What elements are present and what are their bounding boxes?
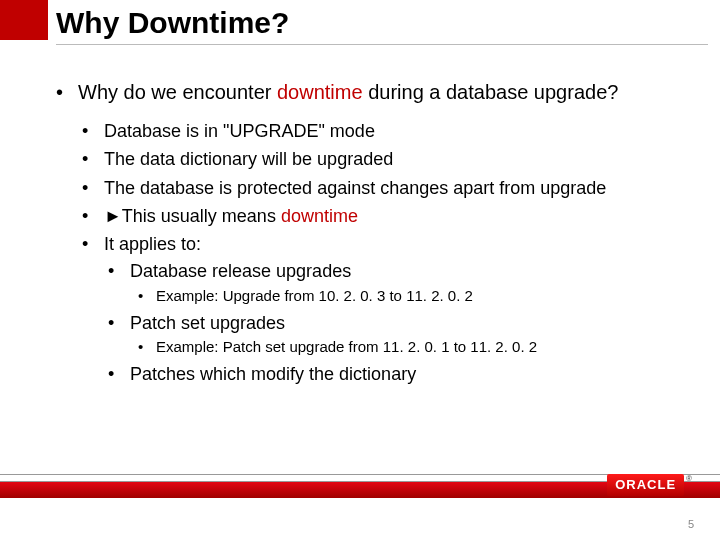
subpoint-text: Patch set upgrades (130, 312, 285, 335)
lead-highlight: downtime (277, 81, 363, 103)
bullet-icon: • (82, 176, 104, 200)
example-group: • Example: Upgrade from 10. 2. 0. 3 to 1… (138, 287, 690, 306)
point: • Database is in "UPGRADE" mode (82, 119, 690, 143)
lead-bullet: • Why do we encounter downtime during a … (56, 80, 690, 105)
bullet-icon: • (82, 119, 104, 143)
point4-pre: ►This usually means (104, 206, 281, 226)
bullet-icon: • (108, 260, 130, 283)
point-text: The database is protected against change… (104, 176, 606, 200)
lead-pre: Why do we encounter (78, 81, 277, 103)
subpoint: • Database release upgrades (108, 260, 690, 283)
bullet-icon: • (82, 147, 104, 171)
subpoint: • Patches which modify the dictionary (108, 363, 690, 386)
bullet-icon: • (138, 338, 156, 357)
point-text: ►This usually means downtime (104, 204, 358, 228)
slide-title: Why Downtime? (56, 6, 289, 40)
subpoint-text: Database release upgrades (130, 260, 351, 283)
point-text: Database is in "UPGRADE" mode (104, 119, 375, 143)
bullet-icon: • (108, 312, 130, 335)
subpoints-group: • Database release upgrades • Example: U… (108, 260, 690, 385)
subpoint-text: Patches which modify the dictionary (130, 363, 416, 386)
bullet-icon: • (82, 232, 104, 256)
point-text: The data dictionary will be upgraded (104, 147, 393, 171)
example-text: Example: Patch set upgrade from 11. 2. 0… (156, 338, 537, 357)
bullet-icon: • (138, 287, 156, 306)
accent-block (0, 0, 48, 40)
registered-icon: ® (686, 474, 692, 483)
point: • The data dictionary will be upgraded (82, 147, 690, 171)
example-text: Example: Upgrade from 10. 2. 0. 3 to 11.… (156, 287, 473, 306)
slide-body: • Why do we encounter downtime during a … (56, 80, 690, 389)
point: • ►This usually means downtime (82, 204, 690, 228)
points-group: • Database is in "UPGRADE" mode • The da… (82, 119, 690, 385)
title-rule (56, 44, 708, 45)
example: • Example: Upgrade from 10. 2. 0. 3 to 1… (138, 287, 690, 306)
bullet-icon: • (82, 204, 104, 228)
lead-text: Why do we encounter downtime during a da… (78, 80, 618, 105)
point: • The database is protected against chan… (82, 176, 690, 200)
example: • Example: Patch set upgrade from 11. 2.… (138, 338, 690, 357)
point4-highlight: downtime (281, 206, 358, 226)
point-text: It applies to: (104, 232, 201, 256)
point: • It applies to: (82, 232, 690, 256)
bullet-icon: • (108, 363, 130, 386)
oracle-logo: ORACLE® (607, 474, 692, 496)
page-number: 5 (688, 518, 694, 530)
lead-post: during a database upgrade? (363, 81, 619, 103)
bullet-icon: • (56, 80, 78, 105)
oracle-logo-text: ORACLE (607, 474, 684, 496)
subpoint: • Patch set upgrades (108, 312, 690, 335)
example-group: • Example: Patch set upgrade from 11. 2.… (138, 338, 690, 357)
